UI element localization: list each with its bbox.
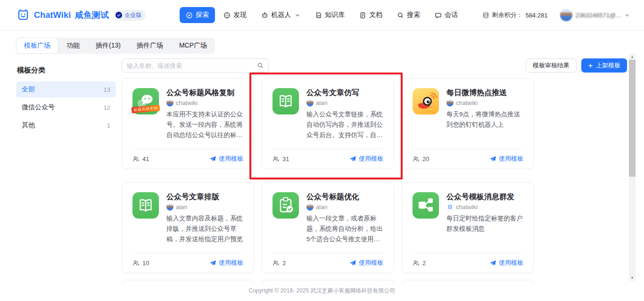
card-title: 公众号模板消息群发 [446,192,523,202]
author-name: alan [176,203,188,211]
nav-item-discover[interactable]: 发现 [217,7,253,23]
template-card[interactable]: 标题风格复制 公众号标题风格复制 chatwiki 本应用不支持未认证的公众号。… [122,78,254,169]
wechat-icon: 标题风格复制 [132,88,159,114]
review-results-button[interactable]: 模板审核结果 [526,58,577,73]
author-avatar [446,99,454,106]
category-count: 13 [104,86,110,93]
template-card[interactable]: 公众号模板消息群发 chatwiki 每日定时给指定标签的客户群发模板消息 2 … [402,182,534,273]
tab-plugins[interactable]: 插件(13) [88,38,129,54]
plan-badge: 企业版 [114,10,146,21]
template-card[interactable]: 每日微博热点推送 chatwiki 每天9点，将微博热点推送到您的钉钉机器人上 … [402,78,534,169]
main-area: 模板分类 全部 13 微信公众号 12 其他 1 模板审核结果 [16,58,627,284]
category-label: 其他 [22,121,35,130]
tab-features[interactable]: 功能 [58,38,88,54]
next-row-preview [122,280,534,284]
partial-card [402,280,534,284]
scroll-down-button[interactable]: ▼ [629,275,636,281]
card-description: 输入文章内容及标题，系统排版，并推送到公众号草稿，并发送给指定用户预览 [166,213,243,244]
account-menu[interactable]: 2363246571@... [560,9,630,21]
template-card[interactable]: 公众号文章仿写 alan 输入公众号文章链接，系统自动仿写内容，并推送到公众号后… [262,78,394,169]
card-description: 每天9点，将微博热点推送到您的钉钉机器人上 [446,109,523,130]
template-card[interactable]: 公众号文章排版 alan 输入文章内容及标题，系统排版，并推送到公众号草稿，并发… [122,182,254,273]
nav-item-label: 搜索 [407,11,420,19]
use-template-button[interactable]: 使用模板 [210,259,243,267]
use-template-label: 使用模板 [359,155,383,163]
use-template-button[interactable]: 使用模板 [350,155,383,163]
weibo-icon [413,88,439,114]
paper-plane-icon [350,260,356,266]
main-nav: 探索 发现 机器人 知识库 文档 搜索 会话 [180,7,464,23]
user-count: 2 [272,260,286,267]
toolbar: 模板审核结果 上架模板 [122,58,627,73]
partial-card [122,280,254,284]
sidebar-item-wechat-mp[interactable]: 微信公众号 12 [16,99,116,115]
card-description: 每日定时给指定标签的客户群发模板消息 [446,213,523,234]
author-name: chatwiki [456,203,478,211]
nav-item-label: 发现 [233,11,247,19]
use-template-button[interactable]: 使用模板 [490,155,523,163]
enterprise-badge-icon [116,12,122,18]
user-count-value: 2 [282,260,286,267]
nav-item-label: 文档 [369,11,382,19]
card-author: chatwiki [446,203,523,211]
sidebar-item-all[interactable]: 全部 13 [16,81,116,98]
use-template-button[interactable]: 使用模板 [490,259,523,267]
discover-icon [223,12,231,19]
nav-item-search[interactable]: 搜索 [391,7,426,23]
book-icon [132,192,159,219]
tab-template-market[interactable]: 模板广场 [16,38,58,54]
nav-item-explore[interactable]: 探索 [180,7,215,23]
scrollbar-thumb[interactable] [629,60,636,177]
card-description: 输入公众号文章链接，系统自动仿写内容，并推送到公众号后台。支持仿写，自动生成主图… [306,109,383,140]
account-name: 2363246571@... [576,12,621,19]
users-icon [413,155,420,163]
card-description: 输入一段文章，或者原标题，系统将自动分析，给出5个适合公众号推文使用的标题 [306,213,383,244]
coins-icon [482,12,489,19]
nav-item-knowledge[interactable]: 知识库 [309,7,351,23]
nav-item-label: 探索 [196,11,209,19]
users-icon [132,260,140,267]
nav-item-sessions[interactable]: 会话 [429,7,464,23]
category-sidebar: 模板分类 全部 13 微信公众号 12 其他 1 [16,58,116,284]
category-count: 1 [107,122,110,129]
tab-label: 插件广场 [137,41,163,49]
tab-plugin-market[interactable]: 插件广场 [129,38,171,54]
nav-item-docs[interactable]: 文档 [353,7,388,23]
tab-label: 模板广场 [24,41,50,49]
paper-plane-icon [350,155,356,162]
paper-plane-icon [490,155,496,162]
credits-value: 584.281 [526,12,548,19]
publish-template-button[interactable]: 上架模板 [581,58,627,73]
search-icon[interactable] [257,62,264,69]
user-count: 41 [132,155,149,163]
use-template-button[interactable]: 使用模板 [350,259,383,267]
credits: 剩余积分：584.281 [482,11,548,19]
nav-item-robot[interactable]: 机器人 [255,7,306,23]
sidebar-title: 模板分类 [16,66,116,75]
sidebar-item-other[interactable]: 其他 1 [16,117,116,133]
compass-icon [186,12,193,19]
avatar [560,9,572,21]
brand-name: ChatWiki [34,10,71,20]
robot-icon [261,12,268,19]
user-count: 20 [413,155,429,163]
tab-mcp-market[interactable]: MCP广场 [171,38,215,54]
card-title: 公众号标题风格复制 [166,88,243,98]
author-avatar [166,203,173,211]
chatwiki-logo-icon [16,8,30,22]
use-template-label: 使用模板 [359,259,383,267]
search-input[interactable] [127,62,257,69]
user-count: 2 [413,260,426,267]
users-icon [272,260,280,267]
publish-template-label: 上架模板 [596,61,620,70]
scroll-up-button[interactable]: ▲ [629,54,636,60]
user-count-value: 20 [422,155,429,163]
template-card[interactable]: 公众号标题优化 alan 输入一段文章，或者原标题，系统将自动分析，给出5个适合… [262,182,394,273]
brand[interactable]: ChatWiki 咸鱼测试 企业版 [16,8,146,22]
use-template-button[interactable]: 使用模板 [210,155,243,163]
tab-label: 功能 [66,41,80,49]
card-title: 公众号标题优化 [306,192,383,202]
content-panel: 模板审核结果 上架模板 标题风格复制 公众号标题风格复制 chatwiki 本应… [122,58,627,284]
chevron-down-icon [295,12,300,18]
card-title: 每日微博热点推送 [446,88,523,98]
